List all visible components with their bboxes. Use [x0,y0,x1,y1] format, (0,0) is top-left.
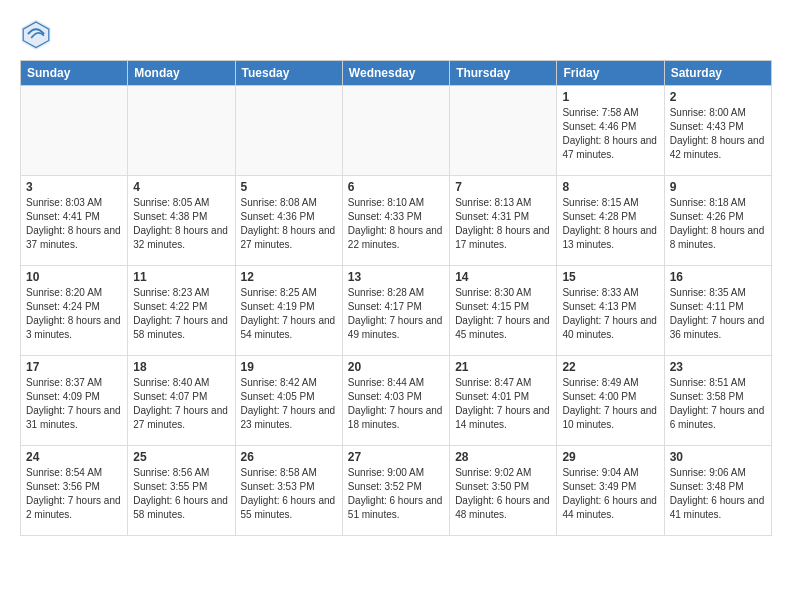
day-number: 14 [455,270,551,284]
day-cell: 22Sunrise: 8:49 AM Sunset: 4:00 PM Dayli… [557,356,664,446]
day-info: Sunrise: 8:51 AM Sunset: 3:58 PM Dayligh… [670,376,766,432]
day-number: 26 [241,450,337,464]
day-number: 23 [670,360,766,374]
day-cell: 9Sunrise: 8:18 AM Sunset: 4:26 PM Daylig… [664,176,771,266]
col-header-thursday: Thursday [450,61,557,86]
day-cell: 4Sunrise: 8:05 AM Sunset: 4:38 PM Daylig… [128,176,235,266]
day-cell: 21Sunrise: 8:47 AM Sunset: 4:01 PM Dayli… [450,356,557,446]
week-row-4: 17Sunrise: 8:37 AM Sunset: 4:09 PM Dayli… [21,356,772,446]
week-row-1: 1Sunrise: 7:58 AM Sunset: 4:46 PM Daylig… [21,86,772,176]
day-number: 29 [562,450,658,464]
day-info: Sunrise: 8:49 AM Sunset: 4:00 PM Dayligh… [562,376,658,432]
day-info: Sunrise: 8:23 AM Sunset: 4:22 PM Dayligh… [133,286,229,342]
day-number: 9 [670,180,766,194]
day-cell: 1Sunrise: 7:58 AM Sunset: 4:46 PM Daylig… [557,86,664,176]
col-header-sunday: Sunday [21,61,128,86]
day-info: Sunrise: 8:20 AM Sunset: 4:24 PM Dayligh… [26,286,122,342]
logo-icon [20,18,52,50]
logo [20,18,56,50]
week-row-5: 24Sunrise: 8:54 AM Sunset: 3:56 PM Dayli… [21,446,772,536]
calendar-wrapper: SundayMondayTuesdayWednesdayThursdayFrid… [0,60,792,536]
day-number: 8 [562,180,658,194]
day-info: Sunrise: 8:44 AM Sunset: 4:03 PM Dayligh… [348,376,444,432]
week-row-2: 3Sunrise: 8:03 AM Sunset: 4:41 PM Daylig… [21,176,772,266]
day-info: Sunrise: 8:40 AM Sunset: 4:07 PM Dayligh… [133,376,229,432]
col-header-friday: Friday [557,61,664,86]
day-info: Sunrise: 9:06 AM Sunset: 3:48 PM Dayligh… [670,466,766,522]
day-number: 6 [348,180,444,194]
day-number: 12 [241,270,337,284]
day-info: Sunrise: 8:42 AM Sunset: 4:05 PM Dayligh… [241,376,337,432]
day-cell: 12Sunrise: 8:25 AM Sunset: 4:19 PM Dayli… [235,266,342,356]
calendar-table: SundayMondayTuesdayWednesdayThursdayFrid… [20,60,772,536]
day-cell: 26Sunrise: 8:58 AM Sunset: 3:53 PM Dayli… [235,446,342,536]
day-cell: 19Sunrise: 8:42 AM Sunset: 4:05 PM Dayli… [235,356,342,446]
day-number: 27 [348,450,444,464]
day-info: Sunrise: 8:30 AM Sunset: 4:15 PM Dayligh… [455,286,551,342]
day-number: 2 [670,90,766,104]
day-cell: 29Sunrise: 9:04 AM Sunset: 3:49 PM Dayli… [557,446,664,536]
day-info: Sunrise: 8:54 AM Sunset: 3:56 PM Dayligh… [26,466,122,522]
day-cell: 25Sunrise: 8:56 AM Sunset: 3:55 PM Dayli… [128,446,235,536]
day-number: 15 [562,270,658,284]
day-cell [128,86,235,176]
day-cell: 18Sunrise: 8:40 AM Sunset: 4:07 PM Dayli… [128,356,235,446]
day-cell: 6Sunrise: 8:10 AM Sunset: 4:33 PM Daylig… [342,176,449,266]
day-cell: 2Sunrise: 8:00 AM Sunset: 4:43 PM Daylig… [664,86,771,176]
day-info: Sunrise: 9:04 AM Sunset: 3:49 PM Dayligh… [562,466,658,522]
day-info: Sunrise: 8:10 AM Sunset: 4:33 PM Dayligh… [348,196,444,252]
col-header-monday: Monday [128,61,235,86]
day-cell: 13Sunrise: 8:28 AM Sunset: 4:17 PM Dayli… [342,266,449,356]
day-number: 19 [241,360,337,374]
day-cell: 20Sunrise: 8:44 AM Sunset: 4:03 PM Dayli… [342,356,449,446]
col-header-saturday: Saturday [664,61,771,86]
day-info: Sunrise: 8:25 AM Sunset: 4:19 PM Dayligh… [241,286,337,342]
day-number: 18 [133,360,229,374]
day-number: 17 [26,360,122,374]
day-cell [21,86,128,176]
day-info: Sunrise: 8:18 AM Sunset: 4:26 PM Dayligh… [670,196,766,252]
day-cell [342,86,449,176]
day-cell: 11Sunrise: 8:23 AM Sunset: 4:22 PM Dayli… [128,266,235,356]
day-cell: 30Sunrise: 9:06 AM Sunset: 3:48 PM Dayli… [664,446,771,536]
day-info: Sunrise: 8:05 AM Sunset: 4:38 PM Dayligh… [133,196,229,252]
day-cell: 3Sunrise: 8:03 AM Sunset: 4:41 PM Daylig… [21,176,128,266]
day-number: 1 [562,90,658,104]
day-cell: 7Sunrise: 8:13 AM Sunset: 4:31 PM Daylig… [450,176,557,266]
day-info: Sunrise: 8:13 AM Sunset: 4:31 PM Dayligh… [455,196,551,252]
day-number: 3 [26,180,122,194]
day-info: Sunrise: 8:37 AM Sunset: 4:09 PM Dayligh… [26,376,122,432]
day-info: Sunrise: 8:56 AM Sunset: 3:55 PM Dayligh… [133,466,229,522]
day-number: 24 [26,450,122,464]
col-header-tuesday: Tuesday [235,61,342,86]
day-info: Sunrise: 8:28 AM Sunset: 4:17 PM Dayligh… [348,286,444,342]
day-cell: 28Sunrise: 9:02 AM Sunset: 3:50 PM Dayli… [450,446,557,536]
day-number: 21 [455,360,551,374]
day-number: 25 [133,450,229,464]
day-number: 13 [348,270,444,284]
day-info: Sunrise: 8:00 AM Sunset: 4:43 PM Dayligh… [670,106,766,162]
day-info: Sunrise: 8:33 AM Sunset: 4:13 PM Dayligh… [562,286,658,342]
day-info: Sunrise: 8:15 AM Sunset: 4:28 PM Dayligh… [562,196,658,252]
day-cell: 23Sunrise: 8:51 AM Sunset: 3:58 PM Dayli… [664,356,771,446]
day-cell: 10Sunrise: 8:20 AM Sunset: 4:24 PM Dayli… [21,266,128,356]
day-number: 5 [241,180,337,194]
day-number: 20 [348,360,444,374]
day-number: 11 [133,270,229,284]
day-cell [450,86,557,176]
day-info: Sunrise: 8:08 AM Sunset: 4:36 PM Dayligh… [241,196,337,252]
day-info: Sunrise: 8:35 AM Sunset: 4:11 PM Dayligh… [670,286,766,342]
day-info: Sunrise: 9:02 AM Sunset: 3:50 PM Dayligh… [455,466,551,522]
page-header [0,0,792,60]
day-number: 22 [562,360,658,374]
day-number: 4 [133,180,229,194]
day-number: 28 [455,450,551,464]
day-info: Sunrise: 7:58 AM Sunset: 4:46 PM Dayligh… [562,106,658,162]
day-cell: 14Sunrise: 8:30 AM Sunset: 4:15 PM Dayli… [450,266,557,356]
header-row: SundayMondayTuesdayWednesdayThursdayFrid… [21,61,772,86]
day-cell: 5Sunrise: 8:08 AM Sunset: 4:36 PM Daylig… [235,176,342,266]
day-info: Sunrise: 8:58 AM Sunset: 3:53 PM Dayligh… [241,466,337,522]
day-number: 30 [670,450,766,464]
day-number: 16 [670,270,766,284]
week-row-3: 10Sunrise: 8:20 AM Sunset: 4:24 PM Dayli… [21,266,772,356]
